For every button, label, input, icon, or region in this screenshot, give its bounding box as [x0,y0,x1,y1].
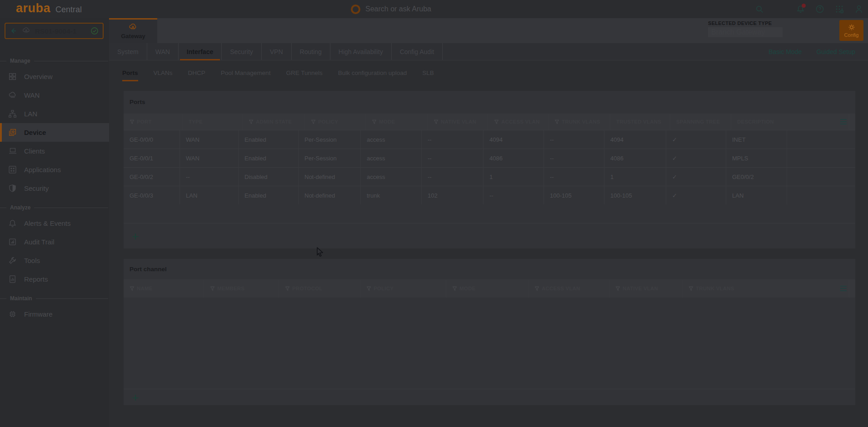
apps-grid-icon[interactable] [835,5,844,14]
config-tab[interactable]: Routing [292,43,330,60]
column-header[interactable] [849,114,855,130]
sidebar-item-label: Audit Trail [24,238,55,246]
device-type-dropdown[interactable]: Branch Gateway [708,27,783,37]
interface-subtab[interactable]: SLB [414,64,442,82]
column-header[interactable] [849,279,855,298]
sidebar-item[interactable]: Tools [0,251,109,270]
column-header-label: MODE [379,119,395,124]
config-tab[interactable]: System [109,43,147,60]
filter-funnel-icon[interactable] [372,119,377,124]
column-header[interactable]: TYPE [182,114,242,130]
config-button[interactable]: Config [839,20,863,41]
firmware-icon [8,310,17,319]
filter-funnel-icon[interactable] [688,286,693,291]
table-menu-icon[interactable] [840,119,847,125]
global-search[interactable] [351,0,466,18]
sidebar-item-label: Tools [24,257,40,264]
filter-funnel-icon[interactable] [554,119,559,124]
tab-gateway[interactable]: Gateway [109,18,157,43]
search-input[interactable] [364,5,466,14]
column-header[interactable]: POLICY [304,114,365,130]
add-port-channel-button[interactable]: + [129,392,141,403]
filter-funnel-icon[interactable] [210,286,215,291]
column-header[interactable]: TRUSTED VLANS [610,114,670,130]
interface-subtab[interactable]: Ports [115,64,146,82]
interface-subtab[interactable]: VLANs [146,64,180,82]
back-arrow-icon[interactable] [10,27,18,35]
sidebar-item[interactable]: Reports [0,270,109,288]
interface-subtab[interactable]: GRE Tunnels [278,64,330,82]
column-header[interactable]: MODE [365,114,427,130]
tools-icon [8,256,17,265]
sidebar-item[interactable]: Device [0,123,109,142]
filter-funnel-icon[interactable] [534,286,539,291]
help-icon[interactable] [815,5,824,14]
cell-access-vlan: 1 [483,168,544,186]
mode-link[interactable]: Guided Setup [816,48,855,55]
column-header[interactable]: TRUNK VLANS [548,114,610,130]
filter-funnel-icon[interactable] [130,119,135,124]
interface-subtab[interactable]: Pool Management [213,64,279,82]
filter-funnel-icon[interactable] [130,286,135,291]
sidebar-item[interactable]: LAN [0,104,109,123]
column-header[interactable]: NATIVE VLAN [427,114,488,130]
device-selector[interactable]: RS01-9004-1 [5,23,104,39]
filter-funnel-icon[interactable] [434,119,439,124]
filter-funnel-icon[interactable] [311,119,316,124]
notifications-bell-icon[interactable] [796,5,805,14]
config-tab[interactable]: VPN [262,43,292,60]
lan-icon [8,109,17,119]
config-tab[interactable]: Security [222,43,262,60]
column-header[interactable]: PROTOCOL [279,279,360,298]
filter-funnel-icon[interactable] [366,286,371,291]
add-port-button[interactable]: + [129,230,141,242]
filter-funnel-icon[interactable] [494,119,499,124]
cell-description: INET [726,130,787,149]
sidebar-item[interactable]: Audit Trail [0,233,109,251]
filter-funnel-icon[interactable] [615,286,620,291]
sidebar-item[interactable]: WAN [0,86,109,104]
column-header[interactable]: ACCESS VLAN [528,279,609,298]
mode-link[interactable]: Basic Mode [768,48,802,55]
port-row[interactable]: GE-0/0/0 WAN Enabled Per-Session access … [124,130,855,149]
cell-admin-state: Enabled [238,130,298,149]
config-tab[interactable]: Config Audit [392,43,443,60]
column-header[interactable]: PORT [124,114,182,130]
column-header[interactable]: NATIVE VLAN [609,279,682,298]
search-icon[interactable] [755,5,764,14]
column-header-label: PORT [137,119,152,124]
column-header[interactable]: ACCESS VLAN [488,114,548,130]
column-header[interactable]: ADMIN STATE [242,114,304,130]
filter-funnel-icon[interactable] [285,286,290,291]
column-header[interactable]: MODE [446,279,528,298]
sidebar-item[interactable]: Firmware [0,305,109,323]
column-header[interactable]: TRUNK VLANS [682,279,849,298]
port-row[interactable]: GE-0/0/1 WAN Enabled Per-Session access … [124,149,855,167]
column-header[interactable]: NAME [124,279,204,298]
column-header[interactable]: MEMBERS [204,279,279,298]
column-header[interactable]: DESCRIPTION [731,114,849,130]
filter-funnel-icon[interactable] [249,119,254,124]
column-header[interactable]: SPANNING TREE [670,114,731,130]
config-tab[interactable]: Interface [179,43,222,60]
gateway-cloud-icon [128,23,138,32]
alerts-icon [8,219,17,228]
sidebar-item[interactable]: Overview [0,67,109,86]
interface-subtab[interactable]: Bulk configuration upload [330,64,415,82]
table-menu-icon[interactable] [840,286,847,292]
cell-trusted-vlans: 4086 [604,149,666,167]
cell-policy: Not-defined [298,168,360,186]
sidebar-item[interactable]: Applications [0,160,109,179]
column-header[interactable]: POLICY [360,279,446,298]
sidebar-item[interactable]: Alerts & Events [0,214,109,233]
config-tab[interactable]: WAN [147,43,179,60]
sidebar-item[interactable]: Security [0,179,109,198]
column-header-label: POLICY [318,119,338,124]
user-account-icon[interactable] [854,5,863,14]
port-row[interactable]: GE-0/0/2 -- Disabled Not-defined access … [124,167,855,186]
sidebar-item[interactable]: Clients [0,142,109,160]
config-tab[interactable]: High Availability [330,43,392,60]
port-row[interactable]: GE-0/0/3 LAN Enabled Not-defined trunk 1… [124,186,855,204]
filter-funnel-icon[interactable] [452,286,457,291]
interface-subtab[interactable]: DHCP [180,64,213,82]
